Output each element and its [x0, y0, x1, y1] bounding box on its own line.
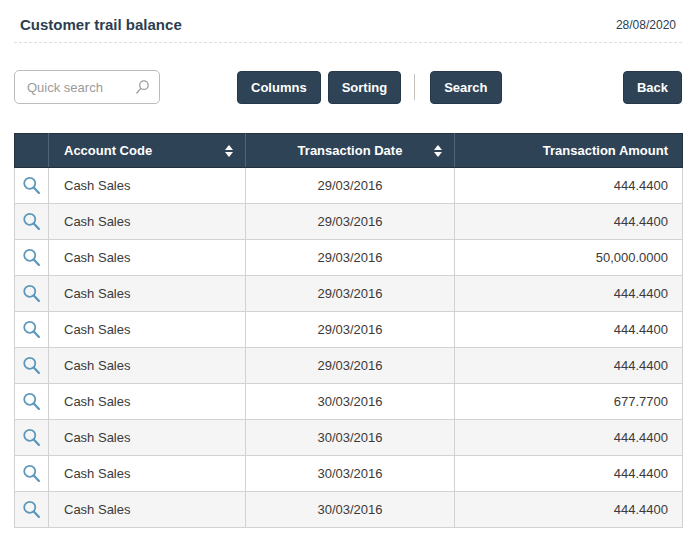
header-account-code[interactable]: Account Code — [49, 134, 246, 168]
account-code-cell: Cash Sales — [49, 420, 246, 456]
magnifier-icon[interactable] — [21, 211, 42, 232]
transaction-amount-cell: 444.4400 — [455, 204, 683, 240]
table-row: Cash Sales 29/03/2016 444.4400 — [15, 168, 683, 204]
table-row: Cash Sales 30/03/2016 444.4400 — [15, 420, 683, 456]
header-transaction-amount-label: Transaction Amount — [543, 143, 668, 158]
transaction-date-cell: 29/03/2016 — [246, 240, 455, 276]
row-view-button[interactable] — [15, 240, 49, 276]
header-transaction-date-label: Transaction Date — [298, 143, 403, 158]
magnifier-icon[interactable] — [21, 463, 42, 484]
account-code-cell: Cash Sales — [49, 312, 246, 348]
row-view-button[interactable] — [15, 492, 49, 528]
transaction-amount-cell: 444.4400 — [455, 492, 683, 528]
page-title: Customer trail balance — [20, 16, 182, 33]
table-row: Cash Sales 29/03/2016 444.4400 — [15, 276, 683, 312]
transaction-amount-cell: 444.4400 — [455, 312, 683, 348]
transaction-amount-cell: 444.4400 — [455, 456, 683, 492]
sort-icon — [225, 145, 233, 157]
magnifier-icon[interactable] — [21, 319, 42, 340]
account-code-cell: Cash Sales — [49, 240, 246, 276]
row-view-button[interactable] — [15, 276, 49, 312]
transaction-date-cell: 29/03/2016 — [246, 168, 455, 204]
table-row: Cash Sales 29/03/2016 444.4400 — [15, 348, 683, 384]
transaction-date-cell: 29/03/2016 — [246, 348, 455, 384]
table-row: Cash Sales 29/03/2016 444.4400 — [15, 204, 683, 240]
row-view-button[interactable] — [15, 384, 49, 420]
page-header: Customer trail balance 28/08/2020 — [14, 0, 682, 43]
transactions-table: Account Code Transaction Date Transactio… — [14, 133, 683, 528]
transaction-date-cell: 30/03/2016 — [246, 384, 455, 420]
row-view-button[interactable] — [15, 348, 49, 384]
magnifier-icon[interactable] — [21, 283, 42, 304]
sorting-button[interactable]: Sorting — [328, 71, 402, 104]
table-row: Cash Sales 29/03/2016 444.4400 — [15, 312, 683, 348]
account-code-cell: Cash Sales — [49, 348, 246, 384]
search-icon — [134, 79, 151, 96]
account-code-cell: Cash Sales — [49, 492, 246, 528]
transaction-amount-cell: 677.7700 — [455, 384, 683, 420]
table-row: Cash Sales 29/03/2016 50,000.0000 — [15, 240, 683, 276]
account-code-cell: Cash Sales — [49, 276, 246, 312]
header-transaction-amount[interactable]: Transaction Amount — [455, 134, 683, 168]
magnifier-icon[interactable] — [21, 427, 42, 448]
account-code-cell: Cash Sales — [49, 456, 246, 492]
row-view-button[interactable] — [15, 168, 49, 204]
account-code-cell: Cash Sales — [49, 168, 246, 204]
transaction-date-cell: 30/03/2016 — [246, 492, 455, 528]
magnifier-icon[interactable] — [21, 247, 42, 268]
account-code-cell: Cash Sales — [49, 204, 246, 240]
row-view-button[interactable] — [15, 312, 49, 348]
row-view-button[interactable] — [15, 420, 49, 456]
page-date: 28/08/2020 — [616, 18, 676, 32]
page: Customer trail balance 28/08/2020 Column… — [0, 0, 696, 538]
table-row: Cash Sales 30/03/2016 444.4400 — [15, 492, 683, 528]
transaction-amount-cell: 444.4400 — [455, 420, 683, 456]
transaction-amount-cell: 444.4400 — [455, 348, 683, 384]
transaction-amount-cell: 444.4400 — [455, 276, 683, 312]
row-view-button[interactable] — [15, 204, 49, 240]
sort-icon — [434, 145, 442, 157]
header-transaction-date[interactable]: Transaction Date — [246, 134, 455, 168]
table-row: Cash Sales 30/03/2016 677.7700 — [15, 384, 683, 420]
magnifier-icon[interactable] — [21, 391, 42, 412]
header-account-code-label: Account Code — [64, 143, 152, 158]
back-button[interactable]: Back — [623, 71, 682, 104]
quick-search — [14, 70, 160, 104]
transaction-date-cell: 29/03/2016 — [246, 276, 455, 312]
magnifier-icon[interactable] — [21, 175, 42, 196]
table-body: Cash Sales 29/03/2016 444.4400 Cash Sale… — [15, 168, 683, 528]
transaction-date-cell: 30/03/2016 — [246, 456, 455, 492]
toolbar-divider — [414, 74, 415, 100]
search-button[interactable]: Search — [430, 71, 501, 104]
transaction-amount-cell: 50,000.0000 — [455, 240, 683, 276]
account-code-cell: Cash Sales — [49, 384, 246, 420]
transaction-amount-cell: 444.4400 — [455, 168, 683, 204]
transaction-date-cell: 30/03/2016 — [246, 420, 455, 456]
table-header-row: Account Code Transaction Date Transactio… — [15, 134, 683, 168]
transaction-date-cell: 29/03/2016 — [246, 204, 455, 240]
transaction-date-cell: 29/03/2016 — [246, 312, 455, 348]
table-row: Cash Sales 30/03/2016 444.4400 — [15, 456, 683, 492]
magnifier-icon[interactable] — [21, 355, 42, 376]
toolbar: Columns Sorting Search Back — [14, 70, 682, 104]
columns-button[interactable]: Columns — [237, 71, 321, 104]
magnifier-icon[interactable] — [21, 499, 42, 520]
header-icon-column — [15, 134, 49, 168]
row-view-button[interactable] — [15, 456, 49, 492]
